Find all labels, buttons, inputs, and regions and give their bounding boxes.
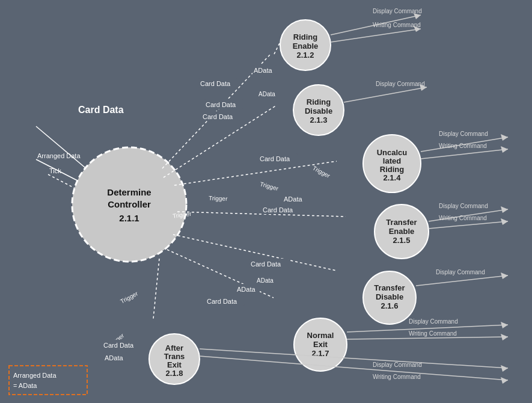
adata-label1: AData — [254, 67, 272, 74]
transfer-enable-label3: 2.1.5 — [393, 236, 411, 245]
output-display-7: Display Command — [373, 361, 422, 368]
legend-line2: = AData — [13, 382, 37, 389]
tick-label: Tick — [49, 167, 61, 174]
output-writing-7: Writing Command — [373, 374, 421, 380]
riding-disable-label1: Riding — [307, 97, 331, 106]
uncalc-label4: 2.1.4 — [384, 173, 402, 182]
adata-label5: AData — [257, 277, 274, 284]
output-display-5: Display Command — [436, 269, 485, 275]
trigger-label4: Trigger — [209, 195, 228, 202]
output-display-6: Display Command — [409, 318, 458, 325]
card-data-trigger3: Card Data — [260, 155, 290, 162]
transfer-disable-label2: Disable — [376, 292, 403, 301]
riding-disable-label2: Disable — [305, 106, 332, 115]
after-trans-label2: Trans — [164, 352, 185, 361]
adata-label2: AData — [258, 91, 275, 97]
output-writing-4: Writing Command — [439, 215, 487, 221]
output-display-3: Display Command — [439, 131, 488, 137]
transfer-disable-label1: Transfer — [374, 283, 405, 292]
card-data-trigger7: Card Data — [103, 342, 134, 349]
after-trans-label1: After — [165, 343, 183, 352]
arranged-data-label: Arranged Data — [37, 152, 81, 159]
riding-enable-label3: 2.1.2 — [297, 51, 314, 60]
output-writing-6: Writing Command — [409, 330, 457, 337]
main-card-data-label: Card Data — [78, 105, 124, 115]
riding-disable-label3: 2.1.3 — [310, 115, 328, 125]
normal-exit-label2: Exit — [313, 340, 328, 349]
main-node-label2: Controller — [108, 199, 151, 209]
after-trans-label4: 2.1.8 — [166, 369, 183, 378]
legend-line1: Arranged Data — [13, 372, 57, 379]
uncalc-label2: lated — [383, 156, 401, 165]
transfer-enable-label2: Enable — [389, 227, 415, 236]
card-data-trigger2a: Card Data — [203, 113, 233, 120]
main-node-label1: Determine — [107, 187, 151, 197]
riding-enable-label2: Enable — [293, 42, 319, 51]
adata-label7: AData — [105, 354, 123, 361]
normal-exit-label1: Normal — [307, 331, 334, 340]
output-display-4: Display Command — [439, 203, 488, 209]
transfer-enable-label1: Transfer — [386, 218, 417, 227]
uncalc-label3: Riding — [380, 165, 404, 174]
output-display-2: Display Command — [376, 81, 425, 87]
uncalc-label1: Uncalcu — [377, 148, 408, 157]
output-writing-1: Writing Command — [373, 22, 421, 28]
adata-label4: AData — [284, 195, 302, 203]
card-data-trigger4: Card Data — [263, 206, 293, 214]
card-data-trigger1: Card Data — [200, 80, 231, 87]
card-data-trigger2b: Card Data — [206, 101, 236, 108]
main-node-label3: 2.1.1 — [119, 213, 139, 223]
adata-label6: AData — [237, 286, 255, 293]
card-data-trigger6: Card Data — [207, 298, 237, 305]
after-trans-label3: Exit — [167, 360, 182, 369]
riding-enable-label1: Riding — [293, 32, 317, 42]
output-display-1: Display Command — [373, 8, 422, 14]
transfer-disable-label3: 2.1.6 — [381, 301, 399, 310]
output-writing-3: Writing Command — [439, 143, 487, 149]
card-data-trigger5: Card Data — [251, 260, 281, 268]
